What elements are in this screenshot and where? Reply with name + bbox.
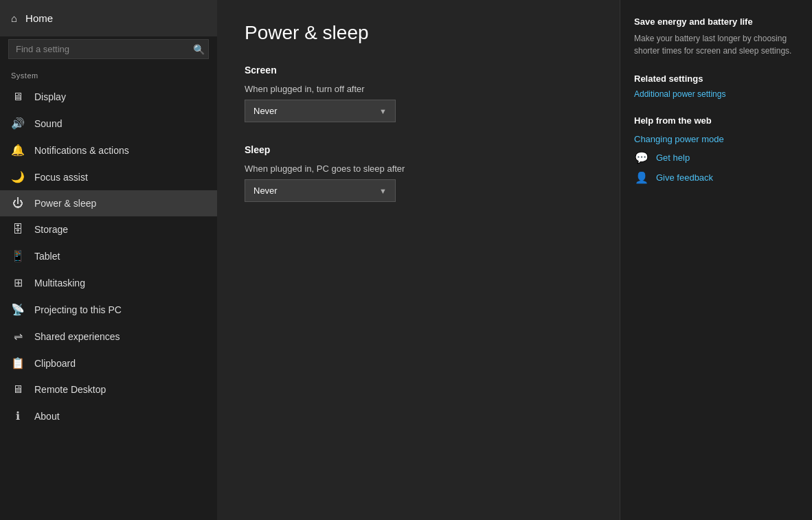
changing-power-mode-item[interactable]: Changing power mode [634, 134, 798, 144]
give-feedback-item[interactable]: 👤 Give feedback [634, 171, 798, 184]
sleep-section: Sleep When plugged in, PC goes to sleep … [245, 144, 592, 202]
changing-power-mode-link: Changing power mode [634, 134, 724, 144]
additional-power-settings-link[interactable]: Additional power settings [634, 89, 798, 99]
sleep-section-title: Sleep [245, 144, 592, 155]
tablet-icon: 📱 [11, 249, 25, 262]
sidebar-item-power-sleep-label: Power & sleep [34, 198, 96, 209]
home-icon: ⌂ [11, 12, 17, 24]
sidebar-item-storage[interactable]: 🗄 Storage [0, 216, 217, 242]
right-panel: Save energy and battery life Make your b… [620, 0, 812, 520]
storage-icon: 🗄 [11, 223, 25, 236]
search-box: 🔍 [8, 39, 209, 59]
sidebar-item-clipboard[interactable]: 📋 Clipboard [0, 350, 217, 376]
sidebar-item-shared[interactable]: ⇌ Shared experiences [0, 323, 217, 350]
screen-section-title: Screen [245, 65, 592, 76]
sound-icon: 🔊 [11, 117, 25, 130]
screen-dropdown-value: Never [253, 106, 278, 116]
save-energy-title: Save energy and battery life [634, 16, 798, 27]
sidebar-item-storage-label: Storage [34, 224, 68, 235]
sidebar-item-power-sleep[interactable]: ⏻ Power & sleep [0, 190, 217, 216]
sidebar-item-sound[interactable]: 🔊 Sound [0, 110, 217, 137]
focus-assist-icon: 🌙 [11, 170, 25, 183]
sleep-dropdown[interactable]: Never ▼ [245, 179, 396, 202]
power-sleep-icon: ⏻ [11, 197, 25, 210]
sidebar-item-remote-label: Remote Desktop [34, 384, 106, 395]
chevron-down-icon: ▼ [379, 107, 387, 115]
related-settings-title: Related settings [634, 74, 798, 84]
sidebar-item-clipboard-label: Clipboard [34, 358, 76, 369]
projecting-icon: 📡 [11, 303, 25, 316]
notifications-icon: 🔔 [11, 144, 25, 157]
sidebar-item-tablet-label: Tablet [34, 251, 60, 262]
sidebar: ⌂ Home 🔍 System 🖥 Display 🔊 Sound 🔔 Noti… [0, 0, 217, 520]
sidebar-item-focus-assist[interactable]: 🌙 Focus assist [0, 163, 217, 190]
sleep-dropdown-value: Never [253, 185, 278, 196]
sidebar-item-multitasking-label: Multitasking [34, 278, 85, 289]
sidebar-item-tablet[interactable]: 📱 Tablet [0, 242, 217, 269]
sidebar-item-multitasking[interactable]: ⊞ Multitasking [0, 269, 217, 296]
sidebar-item-notifications-label: Notifications & actions [34, 145, 129, 156]
sidebar-item-shared-label: Shared experiences [34, 331, 120, 342]
sidebar-item-projecting-label: Projecting to this PC [34, 304, 122, 315]
multitasking-icon: ⊞ [11, 276, 25, 289]
get-help-label: Get help [656, 152, 690, 163]
display-icon: 🖥 [11, 91, 25, 103]
shared-icon: ⇌ [11, 330, 25, 343]
screen-field-label: When plugged in, turn off after [245, 84, 592, 94]
give-feedback-icon: 👤 [634, 171, 649, 184]
screen-dropdown[interactable]: Never ▼ [245, 100, 396, 122]
sidebar-item-notifications[interactable]: 🔔 Notifications & actions [0, 137, 217, 163]
search-icon[interactable]: 🔍 [193, 44, 205, 55]
sidebar-home-label: Home [25, 12, 53, 24]
sidebar-item-projecting[interactable]: 📡 Projecting to this PC [0, 296, 217, 323]
search-input[interactable] [8, 39, 209, 59]
sidebar-item-focus-assist-label: Focus assist [34, 172, 88, 183]
sidebar-item-about-label: About [34, 411, 60, 422]
sidebar-item-remote[interactable]: 🖥 Remote Desktop [0, 376, 217, 403]
remote-icon: 🖥 [11, 383, 25, 396]
save-energy-text: Make your battery last longer by choosin… [634, 32, 798, 57]
sleep-field-label: When plugged in, PC goes to sleep after [245, 163, 592, 174]
system-section-label: System [0, 65, 217, 84]
help-from-web-title: Help from the web [634, 115, 798, 126]
sidebar-item-about[interactable]: ℹ About [0, 403, 217, 429]
get-help-item[interactable]: 💬 Get help [634, 151, 798, 164]
main-content: Power & sleep Screen When plugged in, tu… [217, 0, 620, 520]
sidebar-item-sound-label: Sound [34, 118, 62, 129]
page-title: Power & sleep [245, 22, 592, 44]
sidebar-item-display[interactable]: 🖥 Display [0, 84, 217, 110]
chevron-down-icon: ▼ [379, 187, 387, 195]
clipboard-icon: 📋 [11, 357, 25, 370]
about-icon: ℹ [11, 409, 25, 422]
give-feedback-label: Give feedback [656, 172, 713, 183]
sidebar-home-button[interactable]: ⌂ Home [0, 0, 217, 36]
sidebar-item-display-label: Display [34, 91, 66, 102]
get-help-icon: 💬 [634, 151, 649, 164]
